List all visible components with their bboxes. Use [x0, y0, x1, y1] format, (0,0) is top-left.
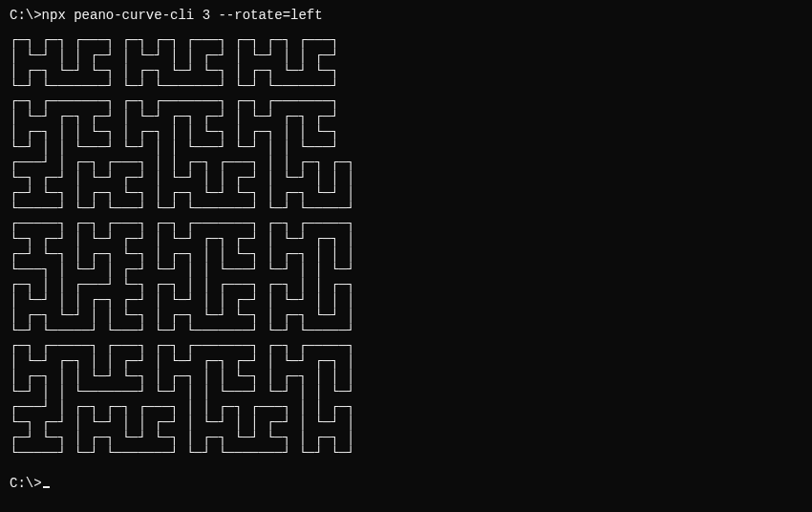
output-line: ┌─┐ ┌─┐ ┌───┐ ┌─┐ ┌─┐ ┌───┐ ┌─┐ ┌─┐ ┌───… — [10, 32, 802, 48]
output-line: ┌─┐ ┌─────┐ ┌───┐ ┌─┐ ┌───────┐ ┌─┐ ┌───… — [10, 338, 802, 353]
prompt-1: C:\> — [10, 8, 42, 23]
output-line: │ └─┘ ┌─┐ │ │ ┌─┘ │ └─┘ ┌─┐ ┌─┘ │ └─┘ ┌─… — [10, 353, 802, 369]
output-line: └─┘ │ │ └───┘ └─┘ │ │ └───┘ └─┘ │ │ └───… — [10, 139, 802, 155]
output-line: └───┐ │ └─┘ │ ┌─┘ └─┘ │ │ └───┘ └─┘ │ │ … — [10, 262, 802, 277]
output-line: │ ┌─┐ └─┘ │ │ └─┐ │ ┌─┐ └─┘ └─┐ │ ┌─┐ └─… — [10, 308, 802, 323]
command-1-text: npx peano-curve-cli 3 --rotate=left — [42, 8, 323, 23]
output-line: └─┐ ┌─┘ │ └─┘ ┌─┘ │ └─┘ │ │ ┌─┘ │ └─┘ │ … — [10, 170, 802, 185]
output-line: │ ┌─┐ │ │ └─┐ │ ┌─┐ │ │ └─┐ │ ┌─┐ │ │ └─… — [10, 124, 802, 139]
output-line: ┌───┘ │ ┌─┐ ┌─┐ ┌───┐ │ │ ┌─┐ ┌───┐ │ │ … — [10, 399, 802, 415]
output-line: │ └─┘ │ │ ┌─┘ │ └─┘ │ │ ┌─┘ │ └─┘ │ │ ┌─… — [10, 48, 802, 63]
output-line: ┌─┐ ┌───────┐ ┌─┐ ┌───────┐ ┌─┐ ┌───────… — [10, 94, 802, 109]
output-line: └─┘ │ │ └───────┘ └─┘ │ │ └───┘ └─┘ │ │ … — [10, 384, 802, 399]
output-line: └─────┘ └─┘ └───┘ └─┘ └───────┘ └─┘ └───… — [10, 201, 802, 216]
command-line-2[interactable]: C:\> — [10, 476, 802, 491]
output-line: ┌───┘ │ ┌─┐ ┌───┐ │ │ ┌─┐ ┌───┐ │ │ ┌─┐ … — [10, 155, 802, 170]
output-line: ┌─┐ │ │ ┌───┘ └─┐ ┌─┐ │ │ ┌───┐ ┌─┐ │ │ … — [10, 277, 802, 292]
output-line: │ └─┘ ┌─┐ ┌─┘ │ └─┘ ┌─┐ ┌─┘ │ └─┘ ┌─┐ ┌─… — [10, 109, 802, 124]
output-line: └─┐ ┌─┘ │ └─┘ ┌─┘ │ └─┘ ┌─┐ ┌─┘ │ └─┘ ┌─… — [10, 231, 802, 246]
command-line-1[interactable]: C:\>npx peano-curve-cli 3 --rotate=left — [10, 8, 802, 23]
output-line: │ ┌─┐ └─┘ └─┐ │ ┌─┐ └─┘ └─┐ │ ┌─┐ └─┘ └─… — [10, 63, 802, 78]
output-line: └─┘ └───────┘ └─┘ └───────┘ └─┘ └───────… — [10, 78, 802, 94]
output-line: ┌─┘ └─┐ │ ┌─┐ └─┘ └─┐ │ ┌─┐ └─┘ └─┐ │ ┌─… — [10, 430, 802, 445]
output-line: │ └─┘ │ │ ┌─┐ ┌─┘ │ └─┘ │ │ ┌─┘ │ └─┘ │ … — [10, 292, 802, 308]
output-line: └─┐ ┌─┘ │ └─┘ │ │ ┌─┘ │ └─┘ │ │ ┌─┘ │ └─… — [10, 415, 802, 430]
prompt-2: C:\> — [10, 476, 42, 491]
command-output: ┌─┐ ┌─┐ ┌───┐ ┌─┐ ┌─┐ ┌───┐ ┌─┐ ┌─┐ ┌───… — [10, 32, 802, 460]
output-line: ┌─┘ └─┐ │ ┌─┐ └─┐ │ ┌─┐ │ │ └─┐ │ ┌─┐ │ … — [10, 246, 802, 262]
output-line: ┌─────┐ ┌─┐ ┌───┐ ┌─┐ ┌───────┐ ┌─┐ ┌───… — [10, 216, 802, 231]
output-line: └─────┘ └─┘ └───────┘ └─┘ └───────┘ └─┘ … — [10, 445, 802, 460]
cursor-icon — [43, 486, 50, 488]
output-line: ┌─┘ └─┐ │ ┌─┐ └─┐ │ ┌─┐ └─┘ └─┐ │ ┌─┐ └─… — [10, 185, 802, 201]
output-line: │ ┌─┐ │ │ └─┘ └─┐ │ ┌─┐ │ │ └─┐ │ ┌─┐ │ … — [10, 369, 802, 384]
output-line: └─┘ └─────┘ └───┘ └─┘ └───────┘ └─┘ └───… — [10, 323, 802, 338]
